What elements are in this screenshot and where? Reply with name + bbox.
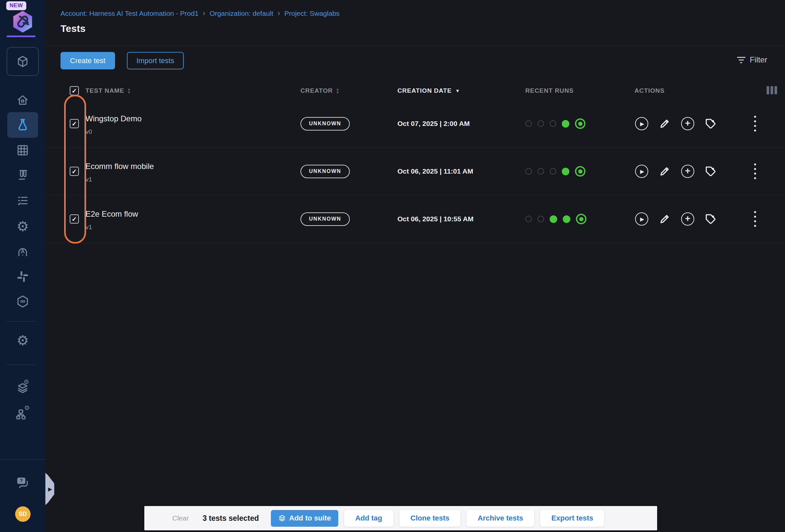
archive-tests-button[interactable]: Archive tests (466, 510, 534, 527)
breadcrumb-separator: › (277, 9, 280, 18)
test-version: v1 (85, 176, 301, 183)
run-dot-empty (525, 216, 532, 222)
user-avatar-wrap: SD (0, 506, 45, 522)
sidebar-item-layers-settings[interactable]: ⚙ (0, 380, 45, 395)
clone-tests-button[interactable]: Clone tests (399, 510, 461, 527)
clear-selection-button[interactable]: Clear (172, 514, 189, 522)
edit-test-button[interactable] (657, 117, 672, 131)
column-settings-icon[interactable] (767, 86, 777, 94)
test-name[interactable]: Ecomm flow mobile (85, 162, 301, 171)
check-icon: ✓ (72, 121, 77, 127)
gear-icon: ⚙ (17, 334, 29, 348)
sidebar: NEW (0, 0, 45, 532)
add-tag-button[interactable]: Add tag (344, 510, 394, 527)
sidebar-item-hierarchy-settings[interactable]: ⚙ (0, 407, 45, 422)
row-checkbox[interactable]: ✓ (70, 119, 79, 128)
recent-runs (525, 118, 634, 129)
sidebar-item-agent[interactable]: A (0, 244, 45, 258)
sidebar-item-grid[interactable] (0, 143, 45, 157)
infinity-glyph: ∞ (20, 297, 25, 305)
more-actions-button[interactable] (752, 161, 785, 181)
run-dot-empty (550, 120, 556, 127)
column-header-creation-date[interactable]: CREATION DATE ▼ (398, 87, 525, 94)
sidebar-item-home[interactable] (0, 93, 45, 107)
play-icon: ▶ (640, 168, 644, 175)
tag-button[interactable] (704, 164, 718, 179)
table-row[interactable]: ✓ Wingstop Demo v0 UNKNOWN Oct 07, 2025 … (45, 100, 785, 148)
test-tubes-icon (16, 168, 30, 182)
svg-text:A: A (21, 248, 25, 254)
gear-icon: ⚙ (23, 379, 29, 385)
page-header: Account: Harness AI Test Automation - Pr… (45, 0, 785, 46)
more-actions-button[interactable] (752, 114, 785, 133)
agent-icon: A (16, 244, 30, 258)
recent-runs (525, 166, 634, 177)
check-icon: ✓ (72, 168, 77, 175)
column-header-recent-runs: RECENT RUNS (525, 87, 634, 94)
home-icon (16, 93, 30, 107)
table-header-row: ✓ TEST NAME ▲▼ CREATOR ▲▼ CREATION DATE … (45, 81, 785, 100)
avatar[interactable]: SD (15, 506, 31, 522)
layers-icon (278, 514, 286, 522)
tests-page: { "sidebar": { "new_badge": "NEW", "avat… (0, 0, 785, 532)
flask-icon (15, 118, 30, 132)
creation-date: Oct 07, 2025 | 2:00 AM (398, 120, 525, 128)
sidebar-item-test-tubes[interactable] (0, 168, 45, 182)
sidebar-item-help[interactable]: ? (0, 476, 45, 490)
check-icon: ✓ (72, 216, 77, 222)
column-header-test-name[interactable]: TEST NAME ▲▼ (85, 87, 301, 94)
sidebar-item-project-settings[interactable]: ⚙ (0, 334, 45, 348)
select-all-checkbox[interactable]: ✓ (70, 86, 79, 95)
pencil-icon (659, 166, 670, 177)
svg-text:?: ? (20, 478, 23, 483)
run-dot-ringed (575, 118, 585, 129)
tag-button[interactable] (704, 212, 718, 226)
test-name[interactable]: Wingstop Demo (85, 114, 301, 123)
module-cube-icon (16, 54, 30, 69)
breadcrumb-organization[interactable]: Organization: default (210, 9, 274, 18)
sidebar-accent-divider (6, 35, 35, 37)
run-test-button[interactable]: ▶ (634, 164, 649, 179)
create-test-button[interactable]: Create test (60, 52, 115, 69)
row-checkbox[interactable]: ✓ (70, 214, 79, 224)
page-title: Tests (60, 23, 85, 34)
main-content: Account: Harness AI Test Automation - Pr… (45, 0, 785, 532)
tests-table: ✓ TEST NAME ▲▼ CREATOR ▲▼ CREATION DATE … (45, 81, 785, 243)
check-icon: ✓ (72, 88, 77, 94)
add-to-suite-bulk-button[interactable]: Add to suite (271, 510, 338, 527)
tag-button[interactable] (704, 117, 718, 131)
add-to-suite-button[interactable]: + (681, 212, 695, 226)
row-checkbox[interactable]: ✓ (70, 167, 79, 176)
sidebar-item-checklist[interactable] (0, 194, 45, 207)
creator-badge: UNKNOWN (301, 212, 350, 226)
run-dot-empty (550, 168, 556, 175)
module-switcher[interactable] (6, 47, 39, 76)
play-icon: ▶ (640, 121, 644, 127)
sidebar-item-tests-active[interactable] (7, 112, 38, 138)
add-to-suite-button[interactable]: + (681, 117, 695, 131)
export-tests-button[interactable]: Export tests (540, 510, 604, 527)
edit-test-button[interactable] (657, 212, 672, 226)
run-dot-filled (562, 168, 569, 175)
import-tests-button[interactable]: Import tests (127, 52, 184, 69)
test-version: v0 (85, 128, 301, 135)
more-actions-button[interactable] (752, 209, 785, 229)
breadcrumb-project[interactable]: Project: Swaglabs (284, 9, 339, 18)
test-name[interactable]: E2e Ecom flow (85, 209, 301, 219)
table-row[interactable]: ✓ Ecomm flow mobile v1 UNKNOWN Oct 06, 2… (45, 148, 785, 195)
breadcrumb-account[interactable]: Account: Harness AI Test Automation - Pr… (60, 9, 199, 18)
table-row[interactable]: ✓ E2e Ecom flow v1 UNKNOWN Oct 06, 2025 … (45, 195, 785, 243)
add-to-suite-button[interactable]: + (681, 164, 695, 179)
tag-icon (705, 166, 717, 177)
sidebar-item-pipelines[interactable]: ∞ (0, 294, 45, 309)
run-test-button[interactable]: ▶ (634, 212, 649, 226)
filter-button[interactable]: Filter (737, 55, 767, 65)
edit-test-button[interactable] (657, 164, 672, 179)
run-dot-empty (525, 168, 532, 175)
sidebar-item-settings[interactable]: ⚙ (0, 220, 45, 233)
harness-logo[interactable] (0, 9, 45, 34)
sidebar-item-integrations[interactable] (0, 270, 45, 283)
tag-icon (705, 213, 717, 225)
column-header-creator[interactable]: CREATOR ▲▼ (301, 87, 398, 94)
run-test-button[interactable]: ▶ (634, 117, 649, 131)
